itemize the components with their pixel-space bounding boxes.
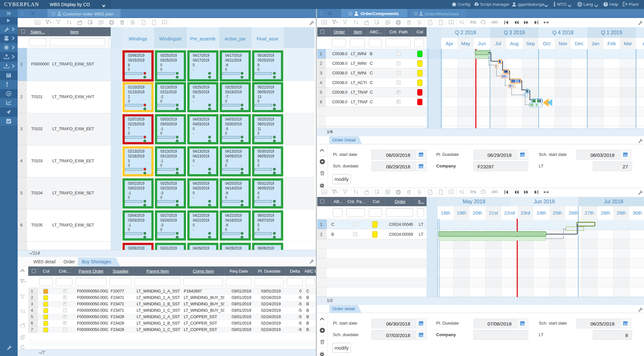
svg-text:19th: 19th xyxy=(457,210,466,216)
svg-text:25th: 25th xyxy=(553,210,562,216)
svg-text:Q 1 2019: Q 1 2019 xyxy=(601,30,622,35)
svg-text:Apr: Apr xyxy=(446,41,453,46)
svg-text:24th: 24th xyxy=(537,210,546,216)
svg-text:Jul: Jul xyxy=(495,41,501,46)
svg-text:Sep: Sep xyxy=(526,41,535,46)
svg-text:Aug: Aug xyxy=(510,41,519,46)
svg-text:Nov: Nov xyxy=(559,41,567,46)
svg-text:18th: 18th xyxy=(441,210,450,216)
svg-text:30th: 30th xyxy=(633,210,642,216)
svg-text:21st: 21st xyxy=(489,210,498,216)
svg-text:28th: 28th xyxy=(601,210,610,216)
svg-text:Q 2 2018: Q 2 2018 xyxy=(455,30,476,35)
svg-text:x: x xyxy=(143,21,144,24)
svg-text:x: x xyxy=(429,191,431,194)
svg-text:Q 4 2018: Q 4 2018 xyxy=(552,30,573,35)
svg-text:23rd: 23rd xyxy=(521,210,530,216)
svg-text:Jan: Jan xyxy=(591,41,599,46)
svg-text:x: x xyxy=(429,21,431,24)
svg-text:Oct: Oct xyxy=(543,41,551,46)
svg-text:Q 3 2018: Q 3 2018 xyxy=(504,30,525,35)
svg-text:May 2018: May 2018 xyxy=(463,199,485,204)
svg-text:27th: 27th xyxy=(585,210,594,216)
svg-text:?: ? xyxy=(605,3,606,6)
svg-text:Jun: Jun xyxy=(478,41,486,46)
svg-text:29th: 29th xyxy=(617,210,626,216)
svg-text:Jun 2018: Jun 2018 xyxy=(534,199,555,204)
svg-text:May: May xyxy=(461,41,470,46)
svg-text:26th: 26th xyxy=(569,210,578,216)
svg-text:Feb: Feb xyxy=(607,41,616,46)
svg-text:A: A xyxy=(642,41,644,46)
svg-text:Dec: Dec xyxy=(575,41,584,46)
svg-text:22nd: 22nd xyxy=(504,210,515,216)
svg-text:20th: 20th xyxy=(473,210,482,216)
svg-text:Mar: Mar xyxy=(624,41,632,46)
svg-text:Jul 2018: Jul 2018 xyxy=(604,199,623,204)
